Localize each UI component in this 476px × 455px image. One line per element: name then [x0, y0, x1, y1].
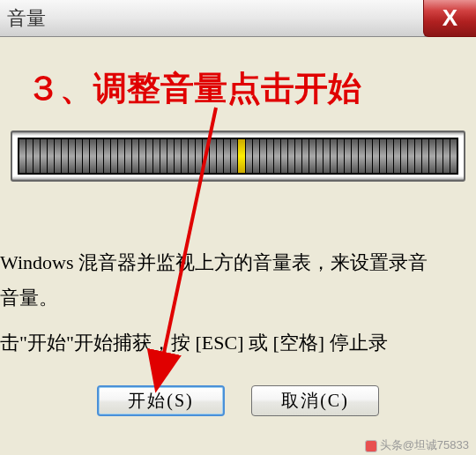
watermark-icon: [365, 440, 377, 452]
volume-meter: [11, 131, 465, 182]
titlebar: 音量 X: [0, 0, 476, 37]
window-title: 音量: [7, 5, 46, 32]
annotation-text: ３、调整音量点击开始: [26, 66, 361, 111]
instruction-line-3: 击"开始"开始捕获，按 [ESC] 或 [空格] 停止录: [0, 325, 469, 361]
watermark-text: 头条@坦诚75833: [380, 438, 469, 451]
volume-meter-bars: [18, 138, 458, 175]
instruction-text: Windows 混音器并监视上方的音量表，来设置录音 音量。 击"开始"开始捕获…: [0, 245, 469, 361]
instruction-line-2: 音量。: [0, 280, 469, 316]
close-icon: X: [443, 4, 457, 32]
start-button[interactable]: 开始(S): [97, 385, 225, 416]
watermark: 头条@坦诚75833: [365, 437, 469, 453]
instruction-line-1: Windows 混音器并监视上方的音量表，来设置录音: [0, 245, 469, 280]
button-row: 开始(S) 取消(C): [0, 385, 476, 416]
cancel-button[interactable]: 取消(C): [251, 385, 379, 416]
close-button[interactable]: X: [423, 0, 476, 37]
